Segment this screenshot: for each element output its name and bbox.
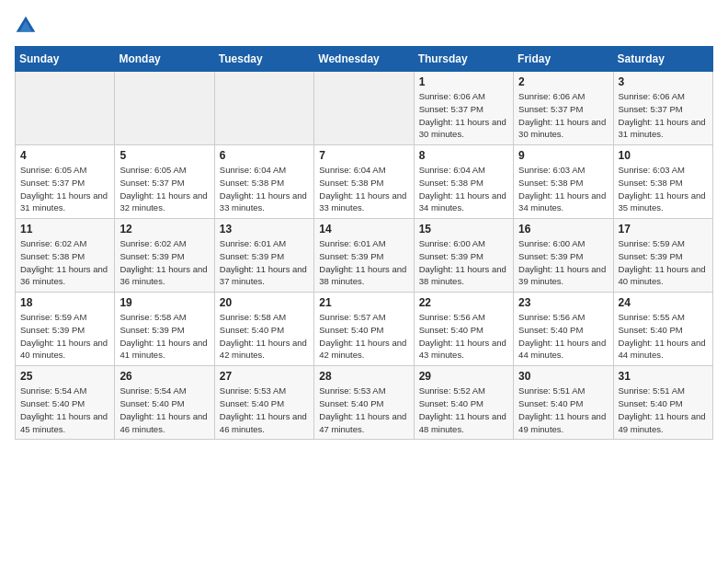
- calendar-cell: 19Sunrise: 5:58 AM Sunset: 5:39 PM Dayli…: [115, 293, 214, 366]
- day-info: Sunrise: 5:51 AM Sunset: 5:40 PM Dayligh…: [619, 385, 708, 435]
- day-number: 10: [619, 149, 708, 162]
- day-info: Sunrise: 5:56 AM Sunset: 5:40 PM Dayligh…: [419, 311, 508, 362]
- day-number: 7: [319, 149, 408, 162]
- weekday-header-tuesday: Tuesday: [214, 47, 313, 72]
- day-number: 16: [518, 223, 608, 236]
- day-info: Sunrise: 6:02 AM Sunset: 5:38 PM Dayligh…: [20, 237, 109, 288]
- calendar-cell: 6Sunrise: 6:04 AM Sunset: 5:38 PM Daylig…: [214, 145, 313, 219]
- calendar-cell: 14Sunrise: 6:01 AM Sunset: 5:39 PM Dayli…: [314, 219, 414, 293]
- day-info: Sunrise: 6:05 AM Sunset: 5:37 PM Dayligh…: [20, 164, 109, 214]
- day-number: 19: [119, 296, 209, 309]
- day-number: 14: [319, 223, 408, 236]
- calendar-week-2: 4Sunrise: 6:05 AM Sunset: 5:37 PM Daylig…: [16, 145, 713, 219]
- day-info: Sunrise: 6:06 AM Sunset: 5:37 PM Dayligh…: [619, 90, 708, 141]
- day-number: 15: [419, 223, 508, 236]
- day-info: Sunrise: 6:03 AM Sunset: 5:38 PM Dayligh…: [518, 164, 608, 214]
- calendar-cell: 12Sunrise: 6:02 AM Sunset: 5:39 PM Dayli…: [115, 219, 214, 293]
- day-number: 24: [619, 296, 708, 309]
- calendar-cell: [314, 72, 414, 145]
- calendar-cell: 21Sunrise: 5:57 AM Sunset: 5:40 PM Dayli…: [314, 293, 414, 366]
- calendar-week-4: 18Sunrise: 5:59 AM Sunset: 5:39 PM Dayli…: [16, 293, 713, 366]
- day-info: Sunrise: 6:02 AM Sunset: 5:39 PM Dayligh…: [119, 237, 209, 288]
- calendar-cell: 26Sunrise: 5:54 AM Sunset: 5:40 PM Dayli…: [115, 366, 214, 440]
- calendar-cell: [214, 72, 313, 145]
- calendar-cell: 10Sunrise: 6:03 AM Sunset: 5:38 PM Dayli…: [613, 145, 712, 219]
- calendar-cell: 3Sunrise: 6:06 AM Sunset: 5:37 PM Daylig…: [613, 72, 712, 145]
- day-info: Sunrise: 6:01 AM Sunset: 5:39 PM Dayligh…: [319, 237, 408, 288]
- day-info: Sunrise: 6:06 AM Sunset: 5:37 PM Dayligh…: [419, 90, 508, 141]
- day-number: 2: [518, 75, 608, 88]
- calendar-cell: 17Sunrise: 5:59 AM Sunset: 5:39 PM Dayli…: [613, 219, 712, 293]
- calendar-cell: 18Sunrise: 5:59 AM Sunset: 5:39 PM Dayli…: [16, 293, 115, 366]
- day-info: Sunrise: 5:59 AM Sunset: 5:39 PM Dayligh…: [619, 237, 708, 288]
- calendar-cell: 28Sunrise: 5:53 AM Sunset: 5:40 PM Dayli…: [314, 366, 414, 440]
- day-info: Sunrise: 6:05 AM Sunset: 5:37 PM Dayligh…: [119, 164, 209, 214]
- calendar-cell: 4Sunrise: 6:05 AM Sunset: 5:37 PM Daylig…: [16, 145, 115, 219]
- calendar-cell: 1Sunrise: 6:06 AM Sunset: 5:37 PM Daylig…: [414, 72, 513, 145]
- day-info: Sunrise: 5:58 AM Sunset: 5:40 PM Dayligh…: [220, 311, 309, 362]
- calendar-cell: 23Sunrise: 5:56 AM Sunset: 5:40 PM Dayli…: [514, 293, 613, 366]
- calendar-cell: 31Sunrise: 5:51 AM Sunset: 5:40 PM Dayli…: [613, 366, 712, 440]
- day-info: Sunrise: 5:56 AM Sunset: 5:40 PM Dayligh…: [518, 311, 608, 362]
- weekday-header-thursday: Thursday: [414, 47, 513, 72]
- calendar-cell: 27Sunrise: 5:53 AM Sunset: 5:40 PM Dayli…: [214, 366, 313, 440]
- calendar-cell: 5Sunrise: 6:05 AM Sunset: 5:37 PM Daylig…: [115, 145, 214, 219]
- day-number: 11: [20, 223, 109, 236]
- day-number: 1: [419, 75, 508, 88]
- calendar-week-1: 1Sunrise: 6:06 AM Sunset: 5:37 PM Daylig…: [16, 72, 713, 145]
- day-info: Sunrise: 6:00 AM Sunset: 5:39 PM Dayligh…: [518, 237, 608, 288]
- day-number: 13: [220, 223, 309, 236]
- logo: [15, 15, 40, 37]
- day-info: Sunrise: 6:03 AM Sunset: 5:38 PM Dayligh…: [619, 164, 708, 214]
- day-number: 22: [419, 296, 508, 309]
- calendar-header: SundayMondayTuesdayWednesdayThursdayFrid…: [16, 47, 713, 72]
- calendar-cell: 15Sunrise: 6:00 AM Sunset: 5:39 PM Dayli…: [414, 219, 513, 293]
- calendar-week-5: 25Sunrise: 5:54 AM Sunset: 5:40 PM Dayli…: [16, 366, 713, 440]
- weekday-header-friday: Friday: [514, 47, 613, 72]
- day-info: Sunrise: 6:06 AM Sunset: 5:37 PM Dayligh…: [518, 90, 608, 141]
- day-info: Sunrise: 5:55 AM Sunset: 5:40 PM Dayligh…: [619, 311, 708, 362]
- calendar-cell: [115, 72, 214, 145]
- calendar-cell: 2Sunrise: 6:06 AM Sunset: 5:37 PM Daylig…: [514, 72, 613, 145]
- calendar-cell: 13Sunrise: 6:01 AM Sunset: 5:39 PM Dayli…: [214, 219, 313, 293]
- day-info: Sunrise: 6:04 AM Sunset: 5:38 PM Dayligh…: [319, 164, 408, 214]
- day-info: Sunrise: 6:01 AM Sunset: 5:39 PM Dayligh…: [220, 237, 309, 288]
- calendar-cell: 20Sunrise: 5:58 AM Sunset: 5:40 PM Dayli…: [214, 293, 313, 366]
- day-number: 28: [319, 370, 408, 383]
- day-number: 25: [20, 370, 109, 383]
- day-number: 31: [619, 370, 708, 383]
- calendar-cell: 8Sunrise: 6:04 AM Sunset: 5:38 PM Daylig…: [414, 145, 513, 219]
- calendar-cell: 24Sunrise: 5:55 AM Sunset: 5:40 PM Dayli…: [613, 293, 712, 366]
- calendar-cell: 30Sunrise: 5:51 AM Sunset: 5:40 PM Dayli…: [514, 366, 613, 440]
- weekday-header-sunday: Sunday: [16, 47, 115, 72]
- day-info: Sunrise: 5:52 AM Sunset: 5:40 PM Dayligh…: [419, 385, 508, 435]
- calendar-week-3: 11Sunrise: 6:02 AM Sunset: 5:38 PM Dayli…: [16, 219, 713, 293]
- day-number: 3: [619, 75, 708, 88]
- day-number: 18: [20, 296, 109, 309]
- day-number: 9: [518, 149, 608, 162]
- calendar-cell: [16, 72, 115, 145]
- page-header: [15, 15, 713, 37]
- calendar-cell: 11Sunrise: 6:02 AM Sunset: 5:38 PM Dayli…: [16, 219, 115, 293]
- calendar-body: 1Sunrise: 6:06 AM Sunset: 5:37 PM Daylig…: [16, 72, 713, 440]
- day-number: 27: [220, 370, 309, 383]
- calendar-cell: 7Sunrise: 6:04 AM Sunset: 5:38 PM Daylig…: [314, 145, 414, 219]
- day-info: Sunrise: 5:51 AM Sunset: 5:40 PM Dayligh…: [518, 385, 608, 435]
- day-number: 29: [419, 370, 508, 383]
- day-number: 5: [119, 149, 209, 162]
- weekday-header-saturday: Saturday: [613, 47, 712, 72]
- day-info: Sunrise: 5:57 AM Sunset: 5:40 PM Dayligh…: [319, 311, 408, 362]
- weekday-header-row: SundayMondayTuesdayWednesdayThursdayFrid…: [16, 47, 713, 72]
- day-info: Sunrise: 5:54 AM Sunset: 5:40 PM Dayligh…: [119, 385, 209, 435]
- day-info: Sunrise: 5:58 AM Sunset: 5:39 PM Dayligh…: [119, 311, 209, 362]
- day-number: 8: [419, 149, 508, 162]
- calendar-cell: 9Sunrise: 6:03 AM Sunset: 5:38 PM Daylig…: [514, 145, 613, 219]
- day-number: 12: [119, 223, 209, 236]
- day-number: 23: [518, 296, 608, 309]
- day-info: Sunrise: 5:54 AM Sunset: 5:40 PM Dayligh…: [20, 385, 109, 435]
- logo-icon: [15, 15, 37, 37]
- day-info: Sunrise: 6:04 AM Sunset: 5:38 PM Dayligh…: [220, 164, 309, 214]
- weekday-header-monday: Monday: [115, 47, 214, 72]
- day-info: Sunrise: 5:53 AM Sunset: 5:40 PM Dayligh…: [220, 385, 309, 435]
- weekday-header-wednesday: Wednesday: [314, 47, 414, 72]
